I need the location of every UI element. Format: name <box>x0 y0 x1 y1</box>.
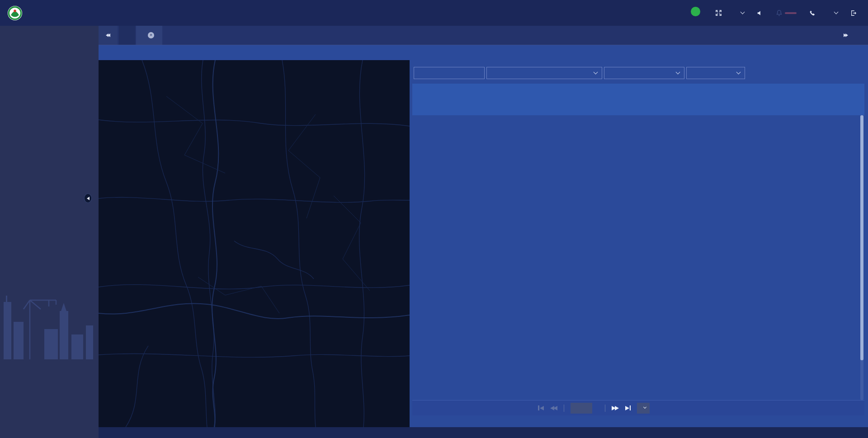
chevron-down-icon <box>834 10 839 14</box>
sidebar <box>0 26 99 438</box>
app-logo-icon <box>7 5 23 21</box>
tab-realtime-monitor[interactable]: × <box>136 26 162 45</box>
divider <box>605 405 605 412</box>
col-lost <box>834 98 864 115</box>
notification-badge <box>785 12 797 14</box>
monitor-panel <box>412 60 864 427</box>
industry-filter-select[interactable] <box>604 67 684 79</box>
page-size-select[interactable] <box>637 403 650 414</box>
body <box>99 60 868 427</box>
logout-icon <box>850 10 857 16</box>
col-total-meter <box>744 84 780 115</box>
pagination <box>412 400 864 415</box>
sidebar-collapse-handle[interactable] <box>84 193 92 203</box>
temperature-badge <box>691 7 700 16</box>
main: × <box>0 26 868 438</box>
table-rows <box>412 115 864 400</box>
content: × <box>99 26 868 438</box>
collapse-left-icon <box>87 197 90 200</box>
prev-page-button[interactable] <box>550 406 557 410</box>
next-page-button[interactable] <box>612 406 619 410</box>
col-stopped <box>807 98 834 115</box>
close-tab-icon[interactable]: × <box>148 32 154 38</box>
bottom-strip <box>99 427 868 438</box>
help-button[interactable] <box>809 10 819 16</box>
temperature <box>691 9 703 16</box>
col-industry <box>569 84 608 115</box>
city-skyline-watermark <box>0 285 99 359</box>
phone-icon <box>809 10 816 16</box>
last-page-button[interactable] <box>625 405 631 410</box>
status-filter-select[interactable] <box>686 67 745 79</box>
close-operations-button[interactable] <box>851 26 868 45</box>
tabs-scroll-left-button[interactable] <box>99 26 118 45</box>
first-page-button[interactable] <box>538 405 544 410</box>
divider <box>564 405 564 412</box>
sound-button[interactable] <box>757 10 763 16</box>
col-company <box>505 84 569 115</box>
table-header <box>412 84 864 115</box>
table-scrollbar[interactable] <box>860 115 863 400</box>
tab-home[interactable] <box>119 26 135 45</box>
map[interactable] <box>99 60 410 427</box>
chevron-down-icon <box>676 70 680 75</box>
stats-bar <box>99 45 868 60</box>
brand <box>0 5 29 21</box>
page-input[interactable] <box>571 403 592 414</box>
name-filter-input[interactable] <box>414 67 485 79</box>
speaker-icon <box>757 10 763 16</box>
col-region <box>435 84 505 115</box>
fullscreen-icon <box>715 9 722 16</box>
pagination-controls <box>538 403 650 414</box>
theme-menu[interactable] <box>738 12 744 14</box>
bell-icon <box>776 9 783 16</box>
col-pollution-facility <box>665 84 705 115</box>
scrollbar-thumb[interactable] <box>860 115 863 360</box>
filter-bar <box>414 67 864 79</box>
region-filter-select[interactable] <box>486 67 602 79</box>
col-point-status-group <box>780 84 864 98</box>
tab-bar: × <box>99 26 868 45</box>
logout-button[interactable] <box>850 10 860 16</box>
app-root: × <box>0 0 868 438</box>
tab-spacer <box>163 26 841 45</box>
col-stop-limit <box>608 84 665 115</box>
col-monitor-points <box>705 84 744 115</box>
chevron-down-icon <box>594 70 598 75</box>
col-row-number <box>412 84 435 115</box>
top-header <box>0 0 868 26</box>
fullscreen-button[interactable] <box>715 9 725 16</box>
chevron-down-icon <box>736 70 741 75</box>
col-run <box>780 98 807 115</box>
tabs-scroll-right-button[interactable] <box>841 26 851 45</box>
chevron-down-icon <box>741 10 745 14</box>
org-menu[interactable] <box>831 12 838 14</box>
chevron-down-icon <box>643 405 646 409</box>
header-actions <box>678 9 868 16</box>
map-roads <box>99 60 410 427</box>
notifications-button[interactable] <box>776 9 797 16</box>
